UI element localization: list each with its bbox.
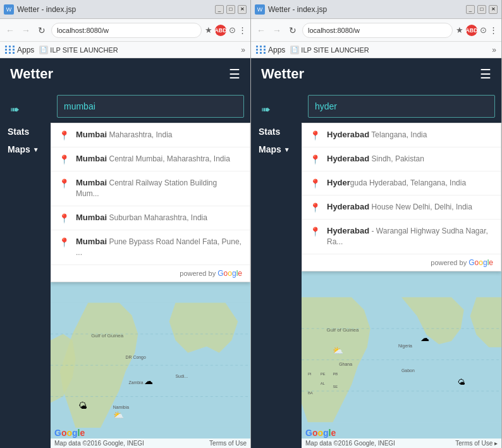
pin-icon-2-right: 📍 — [310, 178, 321, 189]
bookmarks-more-left[interactable]: » — [241, 46, 245, 54]
autocomplete-item-1-right[interactable]: 📍 Hyderabad Sindh, Pakistan — [302, 147, 501, 171]
svg-text:🌤: 🌤 — [78, 401, 87, 411]
tab-title-left: Wetter - index.jsp — [17, 5, 215, 14]
map-data-label-left: Map data ©2016 Google, INEGI — [54, 440, 144, 447]
autocomplete-item-2-left[interactable]: 📍 Mumbai Central Railway Station Buildin… — [51, 171, 250, 206]
sidebar-maps-right[interactable]: Maps ▼ — [251, 142, 302, 157]
bookmark-star-left[interactable]: ★ — [205, 25, 212, 35]
forward-btn-left[interactable]: → — [20, 24, 32, 37]
autocomplete-item-3-left[interactable]: 📍 Mumbai Suburban Maharashtra, India — [51, 206, 250, 230]
hamburger-icon-left[interactable]: ☰ — [229, 66, 240, 82]
pin-icon-2-left: 📍 — [59, 178, 70, 189]
profile-badge-left[interactable]: ABD — [215, 25, 226, 36]
address-bar-right: ← → ↻ ★ ABD ⊙ ⋮ — [251, 19, 501, 42]
map-area-left: Gulf of Guinea DR Congo Zambia Namibia S… — [51, 282, 250, 448]
favicon-left: W — [4, 4, 14, 15]
site-launcher-favicon-right: 📄 — [290, 46, 299, 54]
minimize-btn-left[interactable]: _ — [215, 5, 224, 14]
svg-text:Gabon: Gabon — [401, 368, 415, 373]
autocomplete-text-0-right: Hyderabad Telangana, India — [327, 130, 493, 140]
autocomplete-item-3-right[interactable]: 📍 Hyderabad House New Delhi, Delhi, Indi… — [302, 196, 501, 220]
map-data-label-right: Map data ©2016 Google, INEGI — [305, 440, 395, 447]
close-btn-left[interactable]: ✕ — [238, 5, 247, 14]
wetter-main-right: 📍 Hyderabad Telangana, India 📍 Hyderabad… — [302, 90, 501, 448]
apps-bookmark-right[interactable]: Apps — [256, 46, 285, 54]
autocomplete-text-3-right: Hyderabad House New Delhi, Delhi, India — [327, 202, 493, 213]
svg-text:AL: AL — [321, 382, 326, 385]
site-launcher-favicon-left: 📄 — [39, 46, 48, 54]
maps-dropdown-arrow-left: ▼ — [33, 146, 39, 153]
hamburger-icon-right[interactable]: ☰ — [480, 66, 491, 82]
wetter-body-right: ➠ Stats Maps ▼ 📍 Hyderab — [251, 90, 501, 448]
svg-text:PB: PB — [333, 372, 338, 376]
powered-by-google-left: powered by Google — [51, 265, 250, 282]
autocomplete-item-0-right[interactable]: 📍 Hyderabad Telangana, India — [302, 123, 501, 147]
navigation-arrow-right: ➠ — [251, 97, 302, 121]
autocomplete-item-2-right[interactable]: 📍 Hyderguda Hyderabad, Telangana, India — [302, 171, 501, 196]
terms-label-left[interactable]: Terms of Use — [209, 440, 247, 447]
profile-badge-right[interactable]: ABD — [466, 25, 477, 36]
autocomplete-text-1-right: Hyderabad Sindh, Pakistan — [327, 154, 493, 165]
back-btn-left[interactable]: ← — [4, 24, 16, 37]
map-footer-right: Map data ©2016 Google, INEGI Terms of Us… — [302, 439, 501, 448]
pin-icon-1-left: 📍 — [59, 154, 70, 165]
wetter-title-right: Wetter — [261, 66, 304, 82]
map-area-right: Gulf of Guinea Ghana Nigeria Gabon PI PE… — [302, 271, 501, 448]
map-svg-left: Gulf of Guinea DR Congo Zambia Namibia S… — [51, 282, 250, 448]
tab-title-right: Wetter - index.jsp — [268, 5, 466, 14]
reload-btn-right[interactable]: ↻ — [286, 24, 299, 37]
autocomplete-text-3-left: Mumbai Suburban Maharashtra, India — [76, 213, 242, 223]
terms-label-right[interactable]: Terms of Use ▸ — [455, 440, 498, 447]
autocomplete-item-1-left[interactable]: 📍 Mumbai Central Mumbai, Maharashtra, In… — [51, 147, 250, 171]
autocomplete-item-4-right[interactable]: 📍 Hyderabad - Warangal Highway Sudha Nag… — [302, 220, 501, 254]
site-launcher-right[interactable]: 📄 ILP SITE LAUNCHER — [290, 46, 369, 54]
svg-text:BA: BA — [308, 391, 313, 395]
svg-text:🌤: 🌤 — [458, 378, 465, 387]
bookmarks-more-right[interactable]: » — [492, 46, 496, 54]
minimize-btn-right[interactable]: _ — [466, 5, 475, 14]
close-btn-right[interactable]: ✕ — [489, 5, 498, 14]
sidebar-stats-left[interactable]: Stats — [0, 124, 51, 139]
window-controls-left: _ □ ✕ — [215, 5, 247, 14]
autocomplete-item-0-left[interactable]: 📍 Mumbai Maharashtra, India — [51, 123, 250, 147]
sidebar-maps-left[interactable]: Maps ▼ — [0, 142, 51, 157]
bookmarks-bar-right: Apps 📄 ILP SITE LAUNCHER » — [251, 42, 501, 58]
wetter-sidebar-left: ➠ Stats Maps ▼ — [0, 90, 51, 448]
svg-text:PI: PI — [308, 372, 312, 376]
apps-grid-icon-right — [256, 46, 266, 54]
autocomplete-text-4-left: Mumbai Pune Bypass Road Nandel Fata, Pun… — [76, 237, 242, 258]
svg-text:Gulf of Guinea: Gulf of Guinea — [327, 327, 359, 333]
apps-label-right: Apps — [268, 46, 285, 54]
site-launcher-label-right: ILP SITE LAUNCHER — [301, 46, 369, 54]
maximize-btn-right[interactable]: □ — [477, 5, 486, 14]
autocomplete-text-4-right: Hyderabad - Warangal Highway Sudha Nagar… — [327, 226, 493, 247]
bookmark-star-right[interactable]: ★ — [456, 25, 463, 35]
app-content-right: Wetter ☰ ➠ Stats Maps ▼ — [251, 58, 501, 448]
autocomplete-item-4-left[interactable]: 📍 Mumbai Pune Bypass Road Nandel Fata, P… — [51, 230, 250, 265]
wetter-sidebar-right: ➠ Stats Maps ▼ — [251, 90, 302, 448]
wetter-main-left: 📍 Mumbai Maharashtra, India 📍 Mumbai Cen… — [51, 90, 250, 448]
menu-dots-right[interactable]: ⋮ — [489, 25, 498, 35]
menu-dots-left[interactable]: ⋮ — [238, 25, 247, 35]
reload-btn-left[interactable]: ↻ — [35, 24, 48, 37]
pin-icon-0-right: 📍 — [310, 130, 321, 140]
sidebar-stats-right[interactable]: Stats — [251, 124, 302, 139]
navigation-arrow-left: ➠ — [0, 97, 51, 121]
site-launcher-label-left: ILP SITE LAUNCHER — [50, 46, 118, 54]
maps-dropdown-arrow-right: ▼ — [284, 146, 290, 153]
apps-grid-icon-left — [5, 46, 15, 54]
apps-bookmark-left[interactable]: Apps — [5, 46, 34, 54]
maximize-btn-left[interactable]: □ — [226, 5, 235, 14]
site-launcher-left[interactable]: 📄 ILP SITE LAUNCHER — [39, 46, 118, 54]
address-input-left[interactable] — [51, 23, 202, 38]
wetter-title-left: Wetter — [10, 66, 53, 82]
search-input-left[interactable] — [57, 95, 244, 118]
forward-btn-right[interactable]: → — [271, 24, 283, 37]
svg-text:SE: SE — [333, 385, 338, 389]
wetter-body-left: ➠ Stats Maps ▼ 📍 Mumbai — [0, 90, 250, 448]
address-icons-right: ★ ABD ⊙ ⋮ — [456, 25, 498, 36]
autocomplete-left: 📍 Mumbai Maharashtra, India 📍 Mumbai Cen… — [51, 123, 250, 282]
back-btn-right[interactable]: ← — [255, 24, 267, 37]
search-input-right[interactable] — [308, 95, 495, 118]
address-input-right[interactable] — [302, 23, 453, 38]
